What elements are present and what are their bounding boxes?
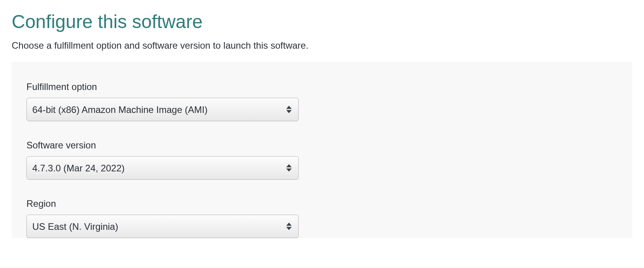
fulfillment-option-select-wrapper: 64-bit (x86) Amazon Machine Image (AMI) [26,98,299,121]
config-panel: Fulfillment option 64-bit (x86) Amazon M… [12,62,632,238]
fulfillment-option-label: Fulfillment option [26,81,618,92]
software-version-select[interactable]: 4.7.3.0 (Mar 24, 2022) [26,156,299,180]
software-version-label: Software version [26,140,618,151]
region-group: Region US East (N. Virginia) [26,198,618,238]
fulfillment-option-select[interactable]: 64-bit (x86) Amazon Machine Image (AMI) [26,98,299,121]
region-select-wrapper: US East (N. Virginia) [26,215,299,238]
software-version-group: Software version 4.7.3.0 (Mar 24, 2022) [26,140,618,180]
software-version-select-wrapper: 4.7.3.0 (Mar 24, 2022) [26,156,299,180]
page-subtitle: Choose a fulfillment option and software… [0,36,644,62]
fulfillment-option-group: Fulfillment option 64-bit (x86) Amazon M… [26,81,618,121]
page-title: Configure this software [0,0,644,36]
region-label: Region [26,198,618,209]
region-select[interactable]: US East (N. Virginia) [26,215,299,238]
